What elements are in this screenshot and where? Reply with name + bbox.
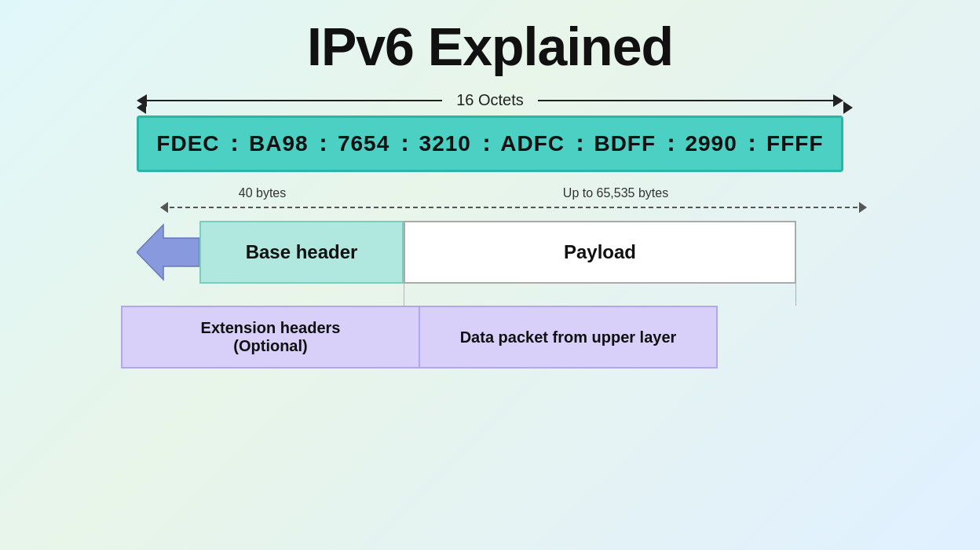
- octets-label: 16 Octets: [442, 91, 538, 109]
- expanded-row: Extension headers(Optional) Data packet …: [121, 306, 718, 368]
- octets-arrow-left-icon: [137, 94, 147, 107]
- main-container: IPv6 Explained 16 Octets FDEC ： BA98 ： 7…: [19, 8, 961, 542]
- ipv6-seg-3: 3210: [419, 131, 471, 156]
- dashed-line-left: [170, 207, 363, 208]
- ipv6-seg-0: FDEC: [156, 131, 219, 156]
- dashed-arrows-row: [160, 202, 867, 213]
- header-payload-row: Base header Payload: [199, 221, 843, 284]
- octets-row: 16 Octets: [137, 91, 843, 109]
- dashed-line-right: [366, 207, 858, 208]
- ipv6-address-bar: FDEC ： BA98 ： 7654 ： 3210 ： ADFC ： BDFF …: [137, 116, 843, 172]
- octets-arrow-right-icon: [833, 94, 843, 107]
- dashed-arrow-right: [364, 202, 867, 213]
- data-packet-label: Data packet from upper layer: [460, 328, 677, 346]
- dim-left-label: 40 bytes: [160, 186, 364, 200]
- big-left-arrow-icon: [137, 221, 199, 284]
- payload-label: Payload: [564, 241, 636, 263]
- extension-headers-box: Extension headers(Optional): [121, 306, 420, 368]
- boxes-col: Base header Payload: [199, 221, 843, 368]
- base-header-label: Base header: [246, 241, 358, 263]
- extension-headers-label: Extension headers(Optional): [201, 319, 341, 355]
- dim-right-label: Up to 65,535 bytes: [364, 186, 867, 200]
- ipv6-seg-6: 2990: [685, 131, 737, 156]
- ipv6-seg-1: BA98: [249, 131, 309, 156]
- dashed-arrowhead-left-icon: [160, 202, 168, 213]
- ipv6-seg-4: ADFC: [500, 131, 565, 156]
- ipv6-seg-5: BDFF: [594, 131, 656, 156]
- big-arrow-col: [137, 221, 199, 287]
- connector-svg: [404, 284, 796, 306]
- base-header-box: Base header: [199, 221, 404, 284]
- dashed-arrow-left: [160, 202, 364, 213]
- payload-box: Payload: [404, 221, 796, 284]
- svg-marker-0: [137, 225, 199, 280]
- ipv6-seg-2: 7654: [338, 131, 389, 156]
- dashed-arrowhead-right-icon: [859, 202, 867, 213]
- data-packet-box: Data packet from upper layer: [420, 306, 718, 368]
- connector-area: [404, 284, 796, 306]
- main-diagram-row: Base header Payload: [137, 221, 843, 368]
- ipv6-seg-7: FFFF: [766, 131, 823, 156]
- page-title: IPv6 Explained: [307, 16, 673, 77]
- dim-labels-row: 40 bytes Up to 65,535 bytes: [160, 186, 867, 200]
